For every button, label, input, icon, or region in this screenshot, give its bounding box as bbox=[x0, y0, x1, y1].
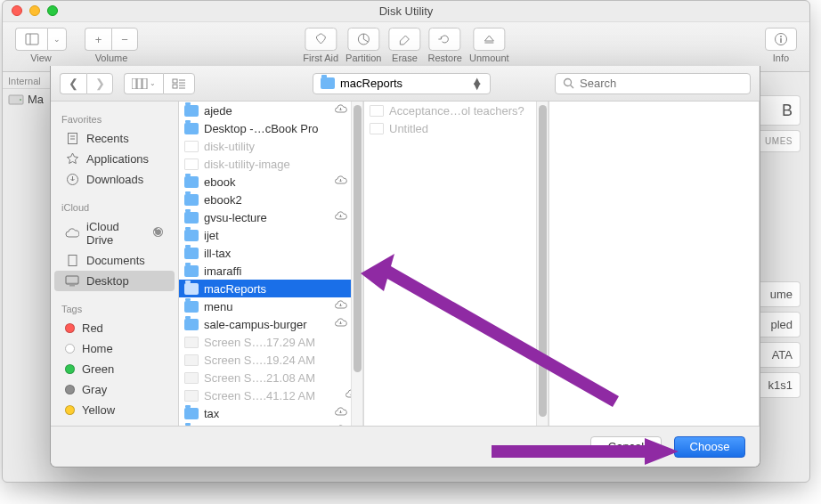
downloads-icon bbox=[65, 174, 79, 186]
scrollbar[interactable] bbox=[536, 102, 549, 426]
sliver-ata: ATA bbox=[758, 342, 801, 368]
internal-disk-row[interactable]: Ma bbox=[3, 89, 51, 110]
sidebar-item-label: Gray bbox=[82, 383, 107, 396]
forward-button[interactable]: ❯ bbox=[86, 73, 113, 94]
add-volume-button[interactable]: + bbox=[85, 28, 111, 51]
partition-label: Partition bbox=[345, 53, 381, 63]
erase-button[interactable] bbox=[388, 28, 420, 51]
list-item[interactable]: imaraffi▶ bbox=[179, 262, 363, 280]
cloud-download-icon bbox=[334, 407, 347, 419]
sidebar-tag-home[interactable]: Home bbox=[54, 338, 175, 359]
list-item[interactable]: ill-tax▶ bbox=[179, 244, 363, 262]
svg-rect-5 bbox=[780, 38, 782, 43]
column-3[interactable] bbox=[549, 102, 760, 426]
path-popup[interactable]: macReports ▲▼ bbox=[313, 73, 491, 94]
erase-label: Erase bbox=[392, 53, 418, 63]
list-item: Screen S….19.24 AM bbox=[179, 351, 363, 369]
sidebar-tag-red[interactable]: Red bbox=[54, 318, 175, 338]
list-item[interactable]: macReports▶ bbox=[179, 280, 363, 297]
first-aid-button[interactable] bbox=[305, 28, 337, 51]
list-item[interactable]: tax-2014▶ bbox=[179, 422, 363, 426]
svg-rect-27 bbox=[69, 285, 75, 287]
cancel-button[interactable]: Cancel bbox=[590, 436, 662, 458]
sidebar-item-label: Downloads bbox=[86, 173, 143, 186]
sidebar-item-label: Recents bbox=[86, 132, 129, 145]
list-item[interactable]: ebook2▶ bbox=[179, 191, 363, 208]
sidebar-toggle-button[interactable] bbox=[15, 28, 47, 51]
svg-rect-0 bbox=[26, 34, 38, 45]
sidebar-icloud-header: iCloud bbox=[51, 199, 178, 216]
recents-icon bbox=[65, 133, 79, 145]
sheet-footer: Cancel Choose bbox=[51, 426, 760, 467]
list-item[interactable]: ebook▶ bbox=[179, 173, 363, 191]
documents-icon bbox=[65, 255, 79, 267]
tag-dot-icon bbox=[65, 364, 75, 374]
restore-label: Restore bbox=[427, 53, 462, 63]
back-button[interactable]: ❮ bbox=[60, 73, 86, 94]
list-item: Untitled bbox=[364, 119, 549, 137]
column-view-button[interactable]: ⌄ bbox=[124, 73, 163, 94]
list-item: Screen S….21.08 AM bbox=[179, 369, 363, 386]
item-name: Screen S….17.29 AM bbox=[204, 336, 315, 349]
search-icon bbox=[563, 77, 574, 89]
internal-header: Internal bbox=[3, 74, 51, 89]
remove-volume-button[interactable]: − bbox=[111, 28, 138, 51]
sidebar-item-icloud-drive[interactable]: iCloud Drive bbox=[54, 216, 175, 250]
choose-button[interactable]: Choose bbox=[674, 436, 745, 458]
list-item[interactable]: Desktop -…cBook Pro▶ bbox=[179, 119, 363, 137]
sync-icon bbox=[152, 226, 164, 240]
applications-icon bbox=[65, 153, 79, 166]
svg-point-7 bbox=[20, 99, 21, 101]
sidebar-item-desktop[interactable]: Desktop bbox=[54, 271, 175, 291]
item-name: ebook2 bbox=[204, 193, 242, 207]
sidebar-item-applications[interactable]: Applications bbox=[54, 149, 175, 169]
sidebar-tag-green[interactable]: Green bbox=[54, 359, 175, 379]
view-options-button[interactable]: ⌄ bbox=[47, 28, 67, 51]
finder-sidebar: Favorites Recents Applications Downloads… bbox=[51, 102, 179, 426]
path-label: macReports bbox=[340, 77, 402, 90]
titlebar[interactable]: Disk Utility bbox=[3, 1, 809, 22]
tag-dot-icon bbox=[65, 344, 75, 354]
sliver-pled: pled bbox=[758, 312, 801, 337]
list-item[interactable]: tax▶ bbox=[179, 404, 363, 422]
column-2[interactable]: Acceptance…ol teachers?Untitled bbox=[364, 102, 549, 426]
sidebar-item-label: Documents bbox=[86, 254, 145, 267]
sidebar-tag-gray[interactable]: Gray bbox=[54, 379, 175, 400]
minimize-icon[interactable] bbox=[29, 5, 40, 16]
sliver-k1s1: k1s1 bbox=[758, 372, 801, 398]
svg-rect-24 bbox=[69, 256, 77, 266]
unmount-button[interactable] bbox=[473, 28, 505, 51]
scrollbar-thumb[interactable] bbox=[539, 105, 547, 417]
info-button[interactable] bbox=[765, 28, 797, 51]
partition-button[interactable] bbox=[347, 28, 379, 51]
column-1[interactable]: ajede▶Desktop -…cBook Pro▶disk-utilitydi… bbox=[179, 102, 364, 426]
first-aid-label: First Aid bbox=[303, 53, 338, 63]
search-input[interactable] bbox=[580, 77, 743, 90]
column-browser: ajede▶Desktop -…cBook Pro▶disk-utilitydi… bbox=[179, 102, 760, 426]
zoom-icon[interactable] bbox=[47, 5, 58, 16]
sidebar-item-recents[interactable]: Recents bbox=[54, 128, 175, 149]
list-item[interactable]: ijet▶ bbox=[179, 226, 363, 244]
tag-dot-icon bbox=[65, 323, 75, 333]
cloud-download-icon bbox=[334, 318, 347, 330]
scrollbar-thumb[interactable] bbox=[354, 105, 362, 372]
close-icon[interactable] bbox=[12, 5, 22, 16]
list-item[interactable]: menu▶ bbox=[179, 297, 363, 315]
restore-button[interactable] bbox=[429, 28, 461, 51]
list-item[interactable]: ajede▶ bbox=[179, 102, 363, 119]
window-controls bbox=[12, 5, 58, 16]
sidebar-tag-yellow[interactable]: Yellow bbox=[54, 400, 175, 420]
svg-rect-9 bbox=[137, 78, 142, 89]
scrollbar[interactable] bbox=[351, 102, 363, 426]
sidebar-item-downloads[interactable]: Downloads bbox=[54, 169, 175, 190]
tag-dot-icon bbox=[65, 405, 75, 415]
list-item[interactable]: gvsu-lecture▶ bbox=[179, 208, 363, 226]
list-item: Screen S….17.29 AM bbox=[179, 333, 363, 351]
item-name: macReports bbox=[204, 282, 266, 296]
group-by-button[interactable] bbox=[163, 73, 195, 94]
list-item[interactable]: sale-campus-burger▶ bbox=[179, 315, 363, 333]
search-field[interactable] bbox=[555, 73, 751, 94]
sidebar-item-documents[interactable]: Documents bbox=[54, 250, 175, 271]
sheet-toolbar: ❮ ❯ ⌄ macReports ▲▼ bbox=[51, 66, 760, 102]
desktop-icon bbox=[65, 275, 79, 288]
